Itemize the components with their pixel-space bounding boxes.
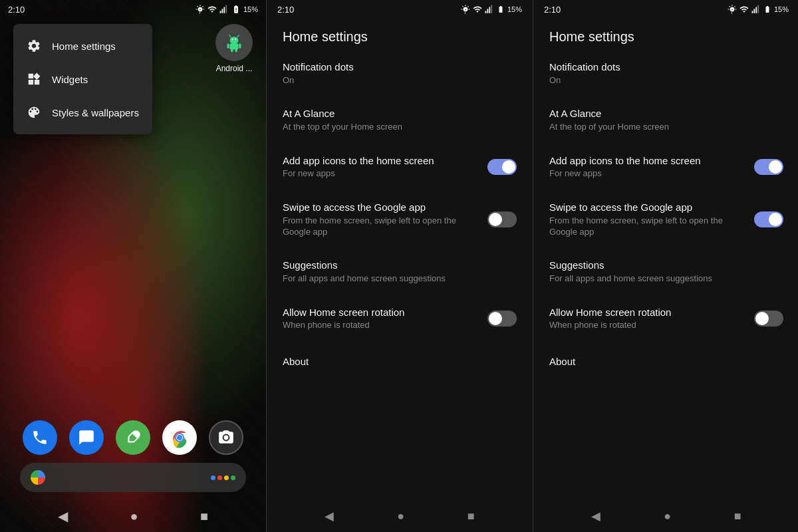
- battery-text-sr: 15%: [774, 5, 789, 13]
- camera-app-icon[interactable]: [209, 420, 243, 455]
- setting-item-about[interactable]: About: [267, 342, 533, 382]
- setting-title-about: About: [283, 355, 517, 368]
- setting-item-about[interactable]: About: [533, 342, 798, 382]
- dock-area: [0, 420, 266, 492]
- menu-item-home-settings[interactable]: Home settings: [13, 29, 152, 63]
- settings-panel-left: 2:10 15% Home settings Notification dots…: [267, 0, 533, 532]
- settings-status-bar-left: 2:10 15%: [267, 0, 533, 19]
- android-app-icon[interactable]: Android ...: [215, 24, 253, 73]
- signal-icon-sl: [485, 5, 494, 14]
- setting-text-at-a-glance: At A GlanceAt the top of your Home scree…: [283, 107, 517, 132]
- setting-title-home-rotation: Allow Home screen rotation: [549, 306, 743, 319]
- setting-subtitle-at-a-glance: At the top of your Home screen: [283, 122, 517, 133]
- google-search-bar[interactable]: [20, 463, 246, 492]
- message-icon: [78, 429, 95, 446]
- alarm-icon: [196, 5, 205, 14]
- menu-item-styles[interactable]: Styles & wallpapers: [13, 96, 152, 129]
- setting-item-suggestions[interactable]: SuggestionsFor all apps and home screen …: [533, 248, 798, 295]
- setting-item-swipe-google[interactable]: Swipe to access the Google appFrom the h…: [267, 190, 533, 248]
- setting-subtitle-notification-dots: On: [549, 75, 783, 86]
- setting-title-at-a-glance: At A Glance: [283, 107, 517, 120]
- battery-text-sl: 15%: [507, 5, 522, 13]
- toggle-thumb-swipe-google: [769, 213, 782, 226]
- palette-icon: [27, 105, 41, 120]
- setting-title-suggestions: Suggestions: [549, 259, 783, 272]
- setting-item-notification-dots[interactable]: Notification dotsOn: [267, 50, 533, 96]
- svg-rect-26: [757, 5, 759, 13]
- setting-item-add-app-icons[interactable]: Add app icons to the home screenFor new …: [533, 144, 798, 190]
- context-menu: Home settings Widgets Styles & wallpaper…: [13, 24, 152, 134]
- setting-text-suggestions: SuggestionsFor all apps and home screen …: [283, 259, 517, 284]
- setting-subtitle-home-rotation: When phone is rotated: [549, 320, 743, 331]
- settings-title-right: Home settings: [533, 19, 798, 50]
- toggle-swipe-google[interactable]: [754, 211, 783, 227]
- setting-item-home-rotation[interactable]: Allow Home screen rotationWhen phone is …: [533, 295, 798, 342]
- home-button-sl[interactable]: ●: [397, 509, 404, 523]
- svg-rect-1: [221, 9, 223, 13]
- setting-item-notification-dots[interactable]: Notification dotsOn: [533, 50, 798, 96]
- setting-text-suggestions: SuggestionsFor all apps and home screen …: [549, 259, 783, 284]
- recents-button-left[interactable]: ■: [200, 509, 208, 524]
- setting-text-notification-dots: Notification dotsOn: [549, 61, 783, 86]
- toggle-home-rotation[interactable]: [487, 311, 517, 327]
- google-logo: [31, 470, 45, 485]
- menu-item-widgets[interactable]: Widgets: [13, 63, 152, 96]
- dot-red: [217, 475, 222, 480]
- recents-button-sr[interactable]: ■: [734, 509, 741, 523]
- app-row: [23, 420, 243, 455]
- toggle-add-app-icons[interactable]: [754, 159, 783, 175]
- back-button-sl[interactable]: ◀: [325, 509, 334, 523]
- back-button-left[interactable]: ◀: [58, 508, 68, 524]
- back-button-sr[interactable]: ◀: [591, 509, 600, 523]
- status-bar-left: 2:10 15%: [0, 0, 266, 19]
- dot-green: [231, 475, 235, 480]
- setting-title-add-app-icons: Add app icons to the home screen: [549, 154, 743, 168]
- toggle-thumb-home-rotation: [755, 312, 769, 325]
- svg-point-6: [232, 39, 233, 40]
- home-button-left[interactable]: ●: [130, 509, 138, 524]
- menu-label-home-settings: Home settings: [52, 41, 116, 52]
- settings-list-left: Notification dotsOnAt A GlanceAt the top…: [267, 50, 533, 500]
- setting-subtitle-add-app-icons: For new apps: [283, 168, 477, 180]
- feather-app-icon[interactable]: [116, 420, 150, 455]
- svg-rect-11: [227, 44, 229, 49]
- alarm-icon-sr: [728, 5, 737, 14]
- settings-nav-bar-right: ◀ ● ■: [533, 500, 798, 532]
- home-button-sr[interactable]: ●: [664, 509, 671, 523]
- setting-item-at-a-glance[interactable]: At A GlanceAt the top of your Home scree…: [533, 96, 798, 143]
- camera-icon: [217, 429, 235, 446]
- settings-panel-right: 2:10 15% Home settings Notification dots…: [533, 0, 798, 532]
- settings-nav-bar-left: ◀ ● ■: [267, 500, 533, 532]
- setting-title-notification-dots: Notification dots: [549, 61, 783, 74]
- setting-text-home-rotation: Allow Home screen rotationWhen phone is …: [283, 306, 477, 331]
- toggle-home-rotation[interactable]: [754, 311, 783, 327]
- settings-time-left: 2:10: [277, 5, 294, 15]
- messages-app-icon[interactable]: [69, 420, 104, 455]
- status-time-left: 2:10: [8, 5, 25, 15]
- phone-app-icon[interactable]: [23, 420, 57, 455]
- setting-item-suggestions[interactable]: SuggestionsFor all apps and home screen …: [267, 248, 533, 295]
- setting-item-swipe-google[interactable]: Swipe to access the Google appFrom the h…: [533, 190, 798, 248]
- android-robot-icon: [223, 32, 245, 53]
- android-app-label: Android ...: [216, 64, 253, 73]
- setting-title-about: About: [549, 355, 783, 368]
- recents-button-sl[interactable]: ■: [467, 509, 475, 523]
- menu-label-widgets: Widgets: [52, 74, 88, 85]
- toggle-swipe-google[interactable]: [487, 211, 517, 227]
- setting-title-home-rotation: Allow Home screen rotation: [283, 306, 477, 319]
- setting-text-add-app-icons: Add app icons to the home screenFor new …: [283, 154, 477, 180]
- svg-rect-23: [752, 11, 753, 13]
- toggle-add-app-icons[interactable]: [487, 159, 517, 175]
- wifi-icon: [207, 5, 217, 14]
- setting-item-home-rotation[interactable]: Allow Home screen rotationWhen phone is …: [267, 295, 533, 342]
- setting-subtitle-swipe-google: From the home screen, swipe left to open…: [283, 215, 477, 238]
- setting-item-add-app-icons[interactable]: Add app icons to the home screenFor new …: [267, 144, 533, 190]
- setting-text-about: About: [549, 355, 783, 368]
- chrome-app-icon[interactable]: [162, 420, 197, 455]
- android-icon-circle: [215, 24, 253, 61]
- setting-subtitle-swipe-google: From the home screen, swipe left to open…: [549, 215, 743, 238]
- setting-title-at-a-glance: At A Glance: [549, 107, 783, 120]
- setting-text-add-app-icons: Add app icons to the home screenFor new …: [549, 154, 743, 180]
- menu-label-styles: Styles & wallpapers: [52, 107, 139, 118]
- setting-item-at-a-glance[interactable]: At A GlanceAt the top of your Home scree…: [267, 96, 533, 143]
